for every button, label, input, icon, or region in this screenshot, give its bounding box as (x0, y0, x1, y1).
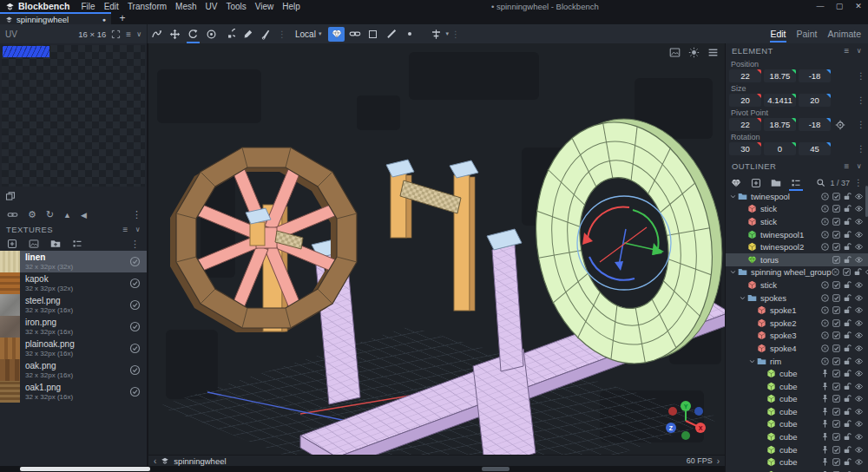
uv-frame-icon[interactable] (111, 30, 121, 39)
visibility-checkbox-icon[interactable] (832, 293, 841, 303)
viewport-background-icon[interactable] (669, 47, 681, 58)
menu-item[interactable]: UV (201, 2, 222, 11)
uv-collapse-icon[interactable]: ∨ (136, 30, 141, 38)
lock-icon[interactable] (843, 305, 852, 315)
texture-enabled-check-icon[interactable] (129, 386, 141, 397)
visibility-checkbox-icon[interactable] (832, 382, 841, 391)
export-toggle-icon[interactable] (820, 344, 830, 353)
add-group-button[interactable] (771, 178, 781, 188)
texture-row[interactable]: iron.png 32 x 32px (16x) (0, 316, 147, 338)
export-toggle-icon[interactable] (820, 204, 830, 213)
pin-icon[interactable] (820, 457, 830, 467)
prev-model-icon[interactable]: ‹ (154, 456, 156, 466)
lock-icon[interactable] (843, 192, 852, 201)
edge-select-mode-button[interactable] (346, 27, 363, 42)
outliner-row[interactable]: twinespool2 (726, 240, 868, 253)
menu-item[interactable]: File (77, 2, 100, 11)
lock-icon[interactable] (843, 419, 852, 429)
torus-model[interactable] (517, 105, 725, 378)
eye-icon[interactable] (854, 382, 864, 391)
position-y-input[interactable]: 18.75 (764, 69, 796, 82)
lock-icon[interactable] (843, 457, 852, 467)
outliner-row[interactable]: spoke1 (726, 304, 868, 317)
create-texture-icon[interactable] (29, 239, 39, 249)
texture-enabled-check-icon[interactable] (129, 321, 141, 332)
pin-icon[interactable] (820, 419, 830, 429)
lock-icon[interactable] (843, 344, 852, 353)
eye-icon[interactable] (854, 344, 864, 353)
visibility-checkbox-icon[interactable] (832, 407, 841, 416)
rotate-tool-button[interactable] (184, 25, 202, 43)
texture-row[interactable]: plainoak.png 32 x 32px (16x) (0, 338, 147, 359)
close-button[interactable]: ✕ (849, 0, 868, 12)
visibility-checkbox-icon[interactable] (832, 192, 841, 201)
visibility-checkbox-icon[interactable] (832, 369, 841, 378)
lock-icon[interactable] (843, 242, 852, 252)
uv-flip-icon[interactable]: ◀ (81, 211, 87, 220)
outliner-row[interactable]: torus (726, 253, 868, 266)
outliner-row[interactable]: spokes (726, 292, 868, 305)
viewport-canvas[interactable] (148, 43, 725, 455)
outliner-row[interactable]: stick (726, 203, 868, 216)
outliner-row[interactable]: spinning wheel_group (726, 266, 868, 279)
visibility-checkbox-icon[interactable] (832, 280, 841, 290)
outliner-row[interactable]: twinespool1 (726, 228, 868, 241)
position-x-input[interactable]: 22 (729, 69, 761, 82)
outliner-row[interactable]: cube (726, 393, 868, 406)
pin-icon[interactable] (820, 445, 830, 455)
texture-folder-icon[interactable] (50, 239, 61, 249)
add-mesh-button[interactable] (731, 178, 741, 188)
rotation-more-icon[interactable]: ⋮ (857, 144, 865, 154)
search-icon[interactable] (816, 178, 825, 187)
viewport-scrollbar-thumb[interactable] (482, 467, 510, 471)
uv-selection-rect[interactable] (3, 46, 49, 57)
expand-chevron-icon[interactable] (748, 357, 757, 365)
lock-icon[interactable] (843, 407, 852, 416)
eye-icon[interactable] (854, 445, 864, 455)
lock-icon[interactable] (843, 280, 852, 290)
visibility-checkbox-icon[interactable] (832, 432, 841, 442)
move-tool-button[interactable] (166, 25, 184, 43)
texture-row[interactable]: kapok 32 x 32px (32x) (0, 272, 147, 294)
texture-row[interactable]: steel.png 32 x 32px (16x) (0, 294, 147, 316)
left-scrollbar-thumb[interactable] (20, 467, 150, 471)
pin-icon[interactable] (820, 382, 830, 391)
pivot-target-icon[interactable] (835, 120, 845, 130)
outliner-row[interactable]: cube (726, 469, 868, 472)
eye-icon[interactable] (854, 255, 864, 265)
eye-icon[interactable] (854, 305, 864, 315)
visibility-checkbox-icon[interactable] (842, 267, 852, 277)
outliner-view-toggle[interactable] (791, 178, 801, 188)
outliner-row[interactable]: cube (726, 405, 868, 418)
texture-row[interactable]: oak1.png 32 x 32px (16x) (0, 381, 147, 403)
outliner-row[interactable]: spoke2 (726, 317, 868, 330)
lock-icon[interactable] (843, 331, 852, 340)
size-z-input[interactable]: 20 (799, 94, 831, 107)
visibility-checkbox-icon[interactable] (832, 255, 841, 265)
size-more-icon[interactable]: ⋮ (857, 95, 865, 105)
eye-icon[interactable] (854, 318, 864, 328)
visibility-checkbox-icon[interactable] (832, 357, 841, 366)
next-model-icon[interactable]: › (717, 456, 720, 466)
pin-icon[interactable] (820, 407, 830, 416)
visibility-checkbox-icon[interactable] (832, 242, 841, 252)
eye-icon[interactable] (854, 357, 864, 366)
visibility-checkbox-icon[interactable] (832, 318, 841, 328)
transform-space-dropdown[interactable]: Local ▾ (289, 30, 327, 39)
outliner-row[interactable]: cube (726, 456, 868, 469)
outliner-row[interactable]: twinespool (726, 190, 868, 203)
outliner-row[interactable]: stick (726, 215, 868, 228)
add-cube-button[interactable] (751, 178, 761, 188)
rotation-y-input[interactable]: 0 (764, 142, 796, 155)
lock-icon[interactable] (843, 230, 852, 239)
pivot-z-input[interactable]: -18 (799, 118, 831, 131)
expand-chevron-icon[interactable] (739, 294, 747, 302)
tab-spinningwheel[interactable]: spinningwheel ● (0, 12, 111, 24)
outliner-row[interactable]: cube (726, 380, 868, 393)
eye-icon[interactable] (854, 457, 864, 467)
visibility-checkbox-icon[interactable] (832, 344, 841, 353)
visibility-checkbox-icon[interactable] (832, 331, 841, 340)
eye-icon[interactable] (854, 369, 864, 378)
texture-enabled-check-icon[interactable] (129, 278, 141, 289)
twinespool-model[interactable] (386, 160, 478, 311)
